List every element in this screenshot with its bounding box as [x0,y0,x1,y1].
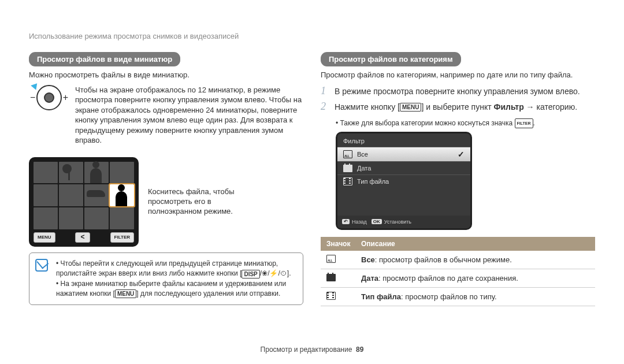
zoom-dial-illustration: − + [29,85,69,110]
sub-bullet: • Также для выбора категории можно косну… [336,118,595,128]
thumbnail-cell [84,184,109,206]
back-button[interactable]: ↶Назад [342,219,367,225]
note-text: ]. [287,269,291,277]
film-icon [343,177,352,185]
filter-key: FILTER [515,118,533,128]
description-table: Значок Описание Все: просмотр файлов в о… [321,237,595,306]
step-2-text: Нажмите кнопку [MENU] и выберите пункт Ф… [335,102,577,113]
page-footer: Просмотр и редактирование 89 [0,346,624,354]
step-number: 1 [321,85,329,97]
table-row: Дата: просмотр файлов по дате сохранения… [321,269,595,288]
step-number: 2 [321,101,329,113]
car-icon [87,190,105,197]
share-icon [81,232,85,243]
thumbnail-cell [84,162,109,184]
thumbnail-cell [59,207,83,229]
calendar-icon [343,164,352,172]
flower-key-icon: ❀ [262,269,268,277]
menu-key: MENU [400,103,421,112]
plus-icon: + [63,92,68,103]
right-intro: Просмотр файлов по категориям, например … [321,70,595,80]
share-button[interactable] [75,232,90,243]
menu-button[interactable]: MENU [34,232,55,243]
note-box: • Чтобы перейти к следующей или предыдущ… [29,252,303,306]
thumbnail-cell [34,207,58,229]
section-pill-categories: Просмотр файлов по категориям [321,52,461,66]
thumbnail-grid [32,160,136,231]
filter-title: Фильтр [337,133,470,147]
disp-key: DISP [242,270,259,278]
ok-key: OK [372,219,382,224]
thumbnail-cell-selected [110,184,134,206]
person-icon [116,191,127,206]
minus-icon: − [30,92,35,103]
thumbnail-cell [110,162,134,184]
filter-item-label: Все [357,151,368,158]
table-header-desc: Описание [361,240,395,248]
menu-key: MENU [115,289,136,298]
back-icon: ↶ [342,219,350,224]
check-icon: ✓ [458,150,465,159]
filter-item-all[interactable]: Все ✓ [337,147,470,161]
thumbnail-cell [110,207,134,229]
filter-screen: Фильтр Все ✓ Дата Тип файла [336,132,472,230]
calendar-icon [326,273,336,281]
all-icon [343,150,352,158]
thumbnail-cell [34,162,58,184]
filter-item-label: Дата [357,165,371,172]
filter-button[interactable]: FILTER [110,232,134,243]
thumbnail-cell [59,162,83,184]
ok-button[interactable]: OKУстановить [372,219,411,225]
table-header-icon: Значок [326,240,361,248]
flash-key-icon: ⚡ [269,269,278,277]
table-row: Тип файла: просмотр файлов по типу. [321,288,595,306]
thumbnail-cell [84,207,109,229]
note-icon [35,259,48,272]
left-column: Просмотр файлов в виде миниатюр Можно пр… [29,52,303,306]
timer-key-icon: ⏲ [280,269,287,277]
filter-item-type[interactable]: Тип файла [337,174,470,188]
thumbnail-cell [34,184,58,206]
dial-text: Чтобы на экране отображалось по 12 миниа… [75,85,303,146]
section-pill-thumbnails: Просмотр файлов в виде миниатюр [29,52,180,66]
arrow-icon [31,81,40,90]
all-icon [326,255,336,263]
table-row: Все: просмотр файлов в обычном режиме. [321,251,595,269]
callout-text: Коснитесь файла, чтобы просмотреть его в… [148,187,258,217]
right-column: Просмотр файлов по категориям Просмотр ф… [321,52,595,306]
person-icon [90,168,102,183]
filter-item-date[interactable]: Дата [337,161,470,174]
left-intro: Можно просмотреть файлы в виде миниатюр. [29,70,303,80]
thumbnail-screen: MENU FILTER [29,157,139,247]
note-text: ] для последующего удаления или отправки… [136,289,280,298]
thumbnail-cell [59,184,83,206]
film-icon [326,292,336,300]
page-title: Использование режима просмотра снимков и… [29,32,595,40]
filter-item-label: Тип файла [357,178,389,185]
step-1-text: В режиме просмотра поверните кнопку упра… [335,86,580,97]
flower-icon [59,162,83,184]
